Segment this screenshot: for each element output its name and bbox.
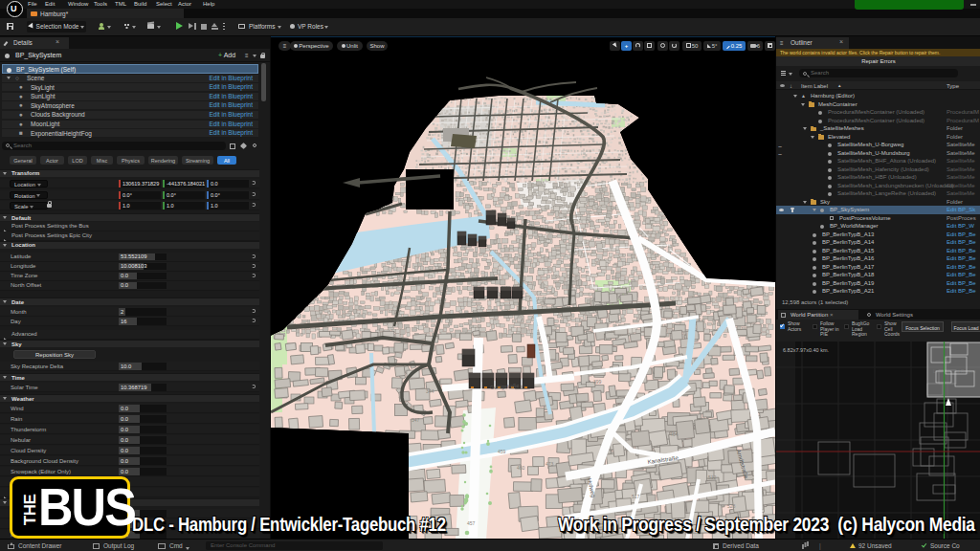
svg-text:473: 473 <box>546 461 554 467</box>
svg-text:459: 459 <box>498 449 506 454</box>
svg-text:399: 399 <box>593 379 602 385</box>
svg-text:347: 347 <box>412 417 420 423</box>
svg-text:344: 344 <box>426 388 434 394</box>
svg-text:512: 512 <box>708 474 717 480</box>
svg-text:6.82x7.97x0.40 km.: 6.82x7.97x0.40 km. <box>783 347 829 353</box>
svg-text:457: 457 <box>467 520 476 526</box>
svg-text:517: 517 <box>632 494 640 499</box>
svg-text:464: 464 <box>670 431 679 437</box>
svg-text:528: 528 <box>727 503 736 509</box>
svg-text:460: 460 <box>517 465 525 471</box>
